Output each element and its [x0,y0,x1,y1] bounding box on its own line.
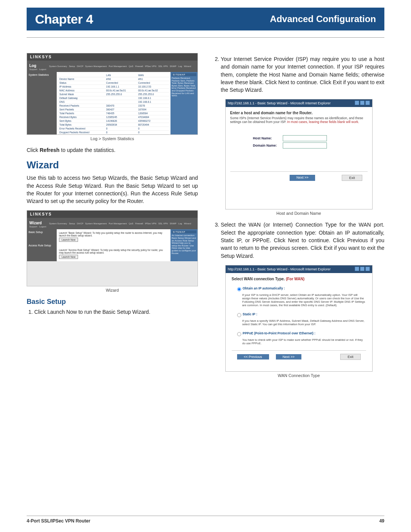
help-panel: SITEMAP Packets Received, Packets Sent, … [170,72,198,135]
content-columns: LINKSYS Log System Summary Setup DHCP Sy… [27,53,384,383]
launch-now-button[interactable]: Launch Now [59,238,78,242]
sitemap-label: SITEMAP [172,230,196,233]
basic-setup-steps: Click Launch Now to run the Basic Setup … [27,308,198,316]
basic-setup-desc: Launch "Basic Setup" Wizard: To help you… [59,232,168,237]
exit-button[interactable]: Exit [342,175,362,181]
sitemap-label: SITEMAP [172,73,196,76]
caption-wan: WAN Connection Type [213,373,384,378]
step-3: Select the WAN (or Internet) Connection … [221,221,384,259]
nav-section-title: Wizard [29,221,48,225]
nav-items: System Summary Setup DHCP System Managem… [29,65,192,70]
chapter-title: Advanced Configuration [270,14,376,24]
stats-table: LANWAN Device Nameeth0eth1 StatusConnect… [58,73,169,134]
wan-opt-pppoe-desc: You have to check with your ISP to make … [242,338,366,345]
right-steps-cont: Select the WAN (or Internet) Connection … [213,221,384,259]
right-steps: Your Internet Service Provider (ISP) may… [213,55,384,94]
brand-logo: LINKSYS [27,53,198,61]
basic-setup-heading: Basic Setup [27,298,198,306]
footer-page-number: 49 [379,518,384,524]
step-2: Your Internet Service Provider (ISP) may… [221,55,384,94]
brand-logo: LINKSYS [27,211,198,218]
host-lead: Enter a host and domain name for the Rou… [230,111,368,115]
wizard-sidebar: Basic Setup Access Rule Setup [27,229,57,261]
previous-button[interactable]: << Previous [237,354,269,359]
wan-lead: Select WAN connection Type. (For WAN) [232,277,366,281]
screenshot-log-system-statistics: LINKSYS Log System Summary Setup DHCP Sy… [27,53,198,135]
host-form: Host Name: Domain Name: [253,135,368,149]
page: Chapter 4 Advanced Configuration LINKSYS… [0,0,411,532]
screenshot-wizard: LINKSYS Wizard System Summary Setup DHCP… [27,210,198,286]
side-access-rule: Access Rule Setup [29,244,55,247]
window-titlebar: http://192.168.1.1 - Basic Setup Wizard … [226,265,372,273]
radio-auto-ip[interactable] [237,287,241,291]
header-rule [27,37,384,38]
wizard-text: Use this tab to access two Setup Wizards… [27,174,198,205]
host-name-input[interactable] [283,135,327,141]
router-nav: Log System Summary Setup DHCP System Man… [27,61,198,72]
caption-wizard: Wizard [27,288,198,292]
host-name-label: Host Name: [253,136,280,140]
page-footer: 4-Port SSL/IPSec VPN Router 49 [27,516,384,524]
wizard-center: Launch "Basic Setup" Wizard: To help you… [57,229,170,261]
right-column: Your Internet Service Provider (ISP) may… [213,53,384,383]
chapter-number: Chapter 4 [35,12,93,27]
wizard-heading: Wizard [27,159,198,171]
screenshot-host-domain: http://192.168.1.1 - Basic Setup Wizard … [225,99,373,209]
wan-opt-static[interactable]: Static IP : [235,312,366,318]
caption-host: Host and Domain Name [213,211,384,216]
window-title: http://192.168.1.1 - Basic Setup Wizard … [228,101,331,105]
footer-product: 4-Port SSL/IPSec VPN Router [27,518,90,524]
host-sub: Some ISPs (Internet Service Providers) m… [230,116,368,124]
launch-now-button[interactable]: Launch Now [59,255,78,259]
wan-opt-auto-desc: If your ISP is running a DHCP server, se… [242,293,366,307]
window-buttons[interactable] [354,267,370,272]
exit-button[interactable]: Exit [340,354,360,360]
left-column: LINKSYS Log System Summary Setup DHCP Sy… [27,53,198,383]
wizard-button-bar: << Previous Next >> Exit [232,350,366,363]
stats-table-area: LANWAN Device Nameeth0eth1 StatusConnect… [57,72,170,135]
screenshot-wan-connection: http://192.168.1.1 - Basic Setup Wizard … [225,265,373,372]
wan-opt-pppoe[interactable]: PPPoE (Point-to-Point Protocol over Ethe… [235,331,366,337]
side-basic-setup: Basic Setup [29,231,55,233]
refresh-instruction: Click Refresh to update the statistics. [27,146,198,154]
window-buttons[interactable] [354,101,370,106]
window-titlebar: http://192.168.1.1 - Basic Setup Wizard … [226,99,372,107]
nav-items: System Summary Setup DHCP System Managem… [29,222,192,228]
nav-section-title: Log [29,64,48,68]
next-button[interactable]: Next >> [290,175,315,181]
help-panel: SITEMAP An Internet connection Basic Set… [170,229,198,261]
window-title: http://192.168.1.1 - Basic Setup Wizard … [228,267,331,271]
caption-log: Log > System Statistics [27,136,198,141]
domain-name-input[interactable] [283,142,327,149]
access-rule-desc: Launch "Access Rule Setup" Wizard: To he… [59,249,168,254]
left-subtab: System Statistics [27,72,57,135]
chapter-header: Chapter 4 Advanced Configuration [27,8,384,30]
wan-opt-static-desc: If you have a specify WAN IP Address, Su… [242,319,366,326]
wan-opt-auto[interactable]: Obtain an IP automatically : [235,286,366,292]
domain-name-label: Domain Name: [253,144,280,147]
radio-static-ip[interactable] [237,313,241,317]
router-nav: Wizard System Summary Setup DHCP System … [27,218,198,229]
next-button[interactable]: Next >> [276,354,302,359]
basic-setup-step-1: Click Launch Now to run the Basic Setup … [34,308,198,316]
wizard-button-bar: Next >> Exit [230,171,368,184]
radio-pppoe[interactable] [237,332,241,336]
